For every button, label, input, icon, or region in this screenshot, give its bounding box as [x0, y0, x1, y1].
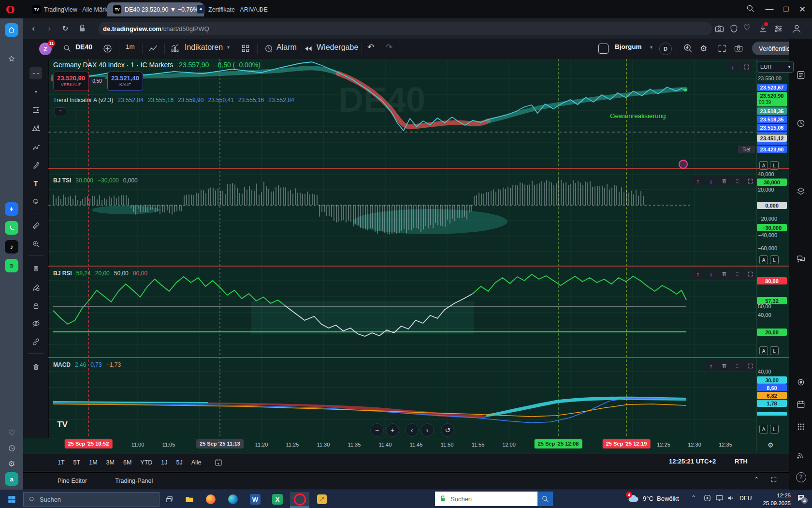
lock-all-icon[interactable]: [29, 299, 42, 312]
collapse-pane-button[interactable]: [731, 269, 743, 279]
browser-forward-button[interactable]: ›: [43, 22, 56, 35]
layout-select-icon[interactable]: [598, 44, 609, 54]
maximize-pane-button[interactable]: [744, 360, 756, 371]
resolution-circle[interactable]: D: [659, 43, 672, 55]
tray-display-icon[interactable]: [715, 494, 724, 502]
browser-tab-1[interactable]: TV TradingView - Alle Märkte: [27, 2, 118, 16]
auto-scale-button[interactable]: A: [759, 425, 768, 433]
move-pane-down-button[interactable]: ↓: [705, 269, 717, 279]
browser-back-button[interactable]: ‹: [27, 22, 40, 35]
alarm-button[interactable]: Alarm: [276, 43, 297, 52]
goto-date-calendar-icon[interactable]: [214, 458, 223, 467]
task-view-icon[interactable]: [160, 492, 179, 507]
tiktok-icon[interactable]: ♪: [5, 240, 18, 254]
log-scale-button[interactable]: L: [770, 346, 779, 355]
zoom-in-tool-icon[interactable]: [29, 238, 42, 250]
tray-chevron-up-icon[interactable]: ⌃: [691, 494, 696, 501]
taskbar-search-box[interactable]: Suchen: [23, 492, 160, 507]
chart-style-icon[interactable]: [148, 44, 158, 54]
download-icon[interactable]: [758, 24, 768, 34]
brush-tool-icon[interactable]: [29, 159, 42, 171]
add-symbol-icon[interactable]: [102, 44, 113, 54]
panel-maximize-icon[interactable]: [770, 476, 777, 483]
shield-icon[interactable]: [729, 24, 739, 34]
text-tool-icon[interactable]: T: [29, 177, 42, 189]
symbol-search-input[interactable]: DE40: [75, 43, 92, 51]
tsi-legend[interactable]: BJ TSI 30,000 −30,000 0,000: [53, 177, 138, 184]
tab-trading-panel[interactable]: Trading-Panel: [111, 478, 157, 484]
tabbar-search-icon[interactable]: [746, 4, 755, 14]
sell-button[interactable]: 23.520,90 VERKAUF: [53, 72, 89, 91]
macd-legend[interactable]: MACD 2,46 0,73 −1,73: [53, 361, 121, 368]
heart-panel-icon[interactable]: ♡: [5, 426, 18, 439]
hide-drawings-eye-icon[interactable]: [29, 317, 42, 329]
link-tool-icon[interactable]: [29, 335, 42, 348]
xabcd-pattern-icon[interactable]: [29, 122, 42, 134]
remove-drawings-trash-icon[interactable]: [29, 360, 42, 373]
collapse-pane-button[interactable]: [731, 176, 743, 186]
trend-indicator-legend[interactable]: Trend Indicator A (v2.3) 23.552,84 23.55…: [53, 97, 294, 104]
aria-icon[interactable]: a: [5, 472, 18, 486]
auto-scale-button[interactable]: A: [759, 255, 768, 264]
window-minimize-button[interactable]: —: [763, 2, 776, 16]
magnet-tool-icon[interactable]: [29, 263, 42, 275]
move-pane-up-button[interactable]: ↑: [705, 360, 717, 371]
interval-button[interactable]: 1m: [126, 43, 135, 50]
browser-reload-button[interactable]: ↻: [58, 22, 72, 35]
notification-center-icon[interactable]: 4: [797, 493, 806, 503]
opera-taskbar-icon-active[interactable]: [290, 492, 309, 508]
range-all[interactable]: Alle: [187, 459, 206, 466]
log-scale-button[interactable]: L: [770, 255, 779, 264]
window-maximize-button[interactable]: ❐: [779, 2, 793, 16]
range-3m[interactable]: 3M: [102, 459, 119, 466]
delete-pane-button[interactable]: [718, 176, 730, 186]
undo-icon[interactable]: ↶: [367, 42, 374, 52]
reset-chart-button[interactable]: ↺: [441, 423, 454, 437]
move-pane-up-button[interactable]: ↑: [692, 176, 704, 186]
alarm-clock-icon[interactable]: [264, 44, 274, 53]
replay-button[interactable]: Wiedergabe: [317, 43, 358, 52]
screenshot-camera-icon[interactable]: [734, 44, 743, 53]
auto-scale-button[interactable]: A: [759, 346, 768, 355]
replay-rewind-icon[interactable]: [304, 44, 313, 53]
range-6m[interactable]: 6M: [119, 459, 136, 466]
fullscreen-icon[interactable]: [717, 44, 727, 53]
panel-collapse-chevron-icon[interactable]: ⌃: [754, 476, 759, 483]
layout-name-button[interactable]: Bjorgum: [615, 43, 642, 50]
file-explorer-icon[interactable]: [180, 492, 199, 507]
chevron-down-icon[interactable]: ▾: [227, 45, 230, 50]
search-go-button[interactable]: [537, 492, 553, 506]
taskbar-center-search-box[interactable]: Suchen: [435, 492, 541, 506]
whatsapp-icon[interactable]: [5, 221, 18, 235]
watchlist-icon[interactable]: [795, 69, 807, 81]
scroll-left-button[interactable]: ‹: [405, 423, 419, 437]
start-button[interactable]: [2, 492, 21, 507]
easy-setup-star-icon[interactable]: [5, 52, 18, 66]
symbol-search-icon[interactable]: [63, 44, 72, 53]
maximize-pane-button[interactable]: [740, 61, 752, 72]
tray-app-icon[interactable]: [703, 494, 711, 502]
range-5y[interactable]: 5J: [172, 459, 187, 466]
chart-legend[interactable]: Germany DAX 40 Index · 1 · IC Markets 23…: [53, 61, 261, 69]
apps-grid-icon[interactable]: [795, 421, 807, 433]
layout-grid-icon[interactable]: [241, 44, 250, 53]
browser-tab-2-active[interactable]: TV DE40 23.520,90 ▼ −0.76%: [107, 2, 204, 16]
zoom-in-button[interactable]: +: [386, 423, 399, 437]
range-1m[interactable]: 1M: [85, 459, 102, 466]
session-type[interactable]: RTH: [735, 458, 748, 465]
pane-separator[interactable]: [48, 357, 789, 358]
alerts-clock-icon[interactable]: [795, 118, 807, 129]
help-icon[interactable]: ?: [795, 471, 807, 483]
chat-icon[interactable]: [795, 253, 807, 265]
taskbar-clock[interactable]: 12:25 25.09.2025: [757, 492, 791, 507]
window-close-button[interactable]: ✕: [796, 2, 809, 16]
messenger-icon[interactable]: [5, 202, 18, 216]
opera-logo[interactable]: O: [6, 3, 14, 15]
auto-scale-button[interactable]: A: [759, 161, 768, 170]
keyboard-language[interactable]: DEU: [740, 495, 752, 502]
delete-pane-button[interactable]: [718, 360, 730, 371]
maximize-pane-button[interactable]: [744, 176, 756, 186]
word-icon[interactable]: W: [246, 492, 265, 507]
streams-arcs-icon[interactable]: [795, 449, 807, 461]
range-5d[interactable]: 5T: [69, 459, 85, 466]
